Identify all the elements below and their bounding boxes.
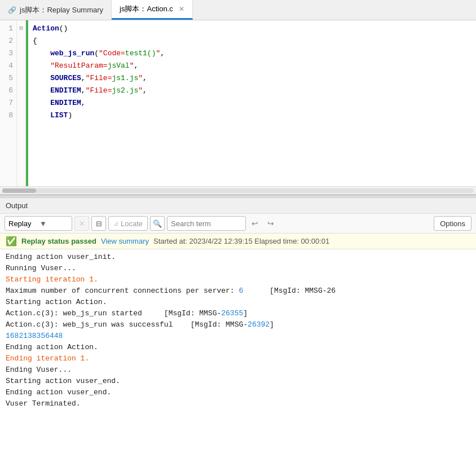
log-line: Vuser Terminated.: [6, 398, 470, 410]
output-title: Output: [0, 198, 476, 214]
dropdown-arrow-icon: ▼: [39, 219, 68, 228]
output-toolbar: Replay ▼ ✕ ⊟ ⊿ Locate 🔍 ↩ ↪ Options: [0, 214, 476, 234]
output-log[interactable]: Ending action vuser_init. Running Vuser.…: [0, 249, 476, 449]
log-line: Ending action vuser_end.: [6, 387, 470, 398]
log-line: Ending iteration 1.: [6, 353, 470, 364]
locate-button[interactable]: ⊿ Locate: [108, 216, 148, 231]
log-line: Ending Vuser...: [6, 364, 470, 376]
log-line: Running Vuser...: [6, 263, 470, 274]
search-box[interactable]: [167, 216, 246, 231]
status-info-text: Started at: 2023/4/22 12:39:15 Elapsed t…: [153, 237, 329, 245]
options-button[interactable]: Options: [434, 216, 471, 231]
tab-replay-summary[interactable]: 🔗 js脚本：Replay Summary: [0, 0, 112, 20]
replay-label: Replay: [8, 219, 37, 228]
status-passed-icon: ✅: [6, 236, 17, 246]
scrollbar-thumb[interactable]: [2, 188, 36, 193]
log-line: Ending action vuser_init.: [6, 252, 470, 263]
scrollbar-track: [2, 188, 474, 193]
log-line: Starting action vuser_end.: [6, 376, 470, 387]
tab-bar: 🔗 js脚本：Replay Summary js脚本：Action.c ✕: [0, 0, 476, 20]
search-input[interactable]: [171, 219, 233, 228]
output-panel: Output Replay ▼ ✕ ⊟ ⊿ Locate 🔍 ↩ ↪ Optio…: [0, 198, 476, 449]
collapse-icon[interactable]: ⊟: [19, 23, 23, 35]
link-icon: 🔗: [8, 6, 16, 14]
tab-action-c[interactable]: js脚本：Action.c ✕: [112, 0, 193, 20]
wrap-button[interactable]: ⊟: [91, 216, 106, 231]
nav-prev-button[interactable]: ↩: [248, 216, 262, 231]
collapse-gutter: ⊟: [17, 20, 26, 186]
log-line: Maximum number of concurrent connections…: [6, 285, 470, 297]
locate-icon: ⊿: [113, 220, 118, 227]
nav-next-button[interactable]: ↪: [264, 216, 277, 231]
code-lines: Action() { web_js_run("Code=test1()", "R…: [28, 20, 476, 186]
status-bar: ✅ Replay status passed View summary Star…: [0, 234, 476, 249]
log-line: Starting action Action.: [6, 297, 470, 308]
log-line: 1682138356448: [6, 331, 470, 342]
tab-label-2: js脚本：Action.c: [120, 4, 173, 14]
locate-label: Locate: [121, 219, 143, 228]
log-line: Starting iteration 1.: [6, 274, 470, 285]
tab-label-1: js脚本：Replay Summary: [20, 5, 103, 15]
line-numbers: 1 2 3 4 5 6 7 8: [0, 20, 17, 186]
status-passed-text: Replay status passed: [21, 237, 96, 245]
code-editor: 1 2 3 4 5 6 7 8 ⊟ Action() { web_js_run(…: [0, 20, 476, 195]
log-line: Action.c(3): web_js_run was successful […: [6, 319, 470, 331]
search-icon-btn[interactable]: 🔍: [150, 216, 165, 231]
replay-dropdown[interactable]: Replay ▼: [5, 216, 72, 231]
stop-button[interactable]: ✕: [74, 216, 89, 231]
code-content[interactable]: 1 2 3 4 5 6 7 8 ⊟ Action() { web_js_run(…: [0, 20, 476, 186]
horizontal-scrollbar[interactable]: [0, 186, 476, 194]
log-line: Action.c(3): web_js_run started [MsgId: …: [6, 308, 470, 319]
view-summary-link[interactable]: View summary: [101, 237, 149, 245]
log-line: Ending action Action.: [6, 342, 470, 353]
close-tab-icon[interactable]: ✕: [179, 5, 184, 13]
